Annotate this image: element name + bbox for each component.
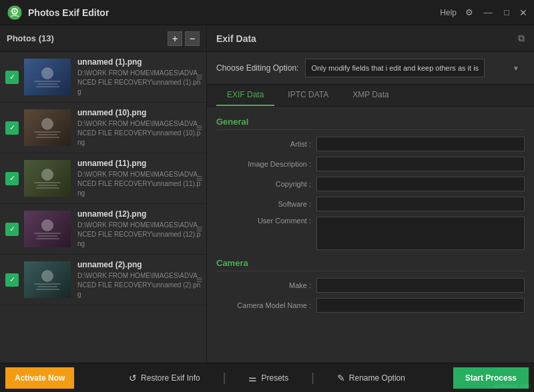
restore-exif-button[interactable]: ↺ Restore Exif Info: [122, 370, 207, 386]
editing-option-label: Choose Editing Option:: [216, 63, 298, 73]
thumb-line: [36, 187, 59, 189]
start-process-button[interactable]: Start Process: [453, 367, 529, 389]
exif-data-title: Exif Data: [216, 33, 518, 44]
file-item[interactable]: ✓ unnamed (2).png D:\​WORK FROM HOME\​IM…: [0, 255, 206, 305]
checkmark-icon: ✓: [9, 123, 15, 132]
main-layout: Photos (13) + − ✓ unnamed (1).png D:\​WO…: [0, 25, 534, 363]
software-input[interactable]: [316, 197, 525, 211]
tab-xmp-data[interactable]: XMP Data: [342, 85, 399, 106]
thumb-line: [37, 83, 57, 85]
copyright-input[interactable]: [316, 177, 525, 191]
file-thumbnail: [24, 211, 71, 247]
thumb-circle: [41, 169, 53, 181]
file-menu-icon[interactable]: ≡: [196, 274, 202, 286]
file-item[interactable]: ✓ unnamed (1).png D:\​WORK FROM HOME\​IM…: [0, 52, 206, 103]
thumb-circle: [41, 118, 53, 130]
field-row-image-description: Image Description :: [216, 157, 525, 171]
thumb-line: [34, 81, 61, 82]
settings-icon[interactable]: ⚙: [463, 7, 475, 19]
separator-2: |: [311, 371, 314, 385]
artist-input[interactable]: [316, 137, 525, 151]
field-row-make: Make :: [216, 278, 525, 293]
field-row-copyright: Copyright :: [216, 177, 525, 191]
make-input[interactable]: [316, 278, 525, 293]
checkmark-icon: ✓: [9, 73, 15, 81]
thumb-line: [37, 134, 57, 135]
thumb-content: [34, 219, 61, 239]
rename-option-button[interactable]: ✎ Rename Option: [330, 370, 412, 386]
file-name: unnamed (1).png: [77, 57, 201, 67]
file-menu-icon[interactable]: ≡: [196, 122, 202, 134]
file-checkbox[interactable]: ✓: [5, 273, 19, 287]
presets-icon: ⚌: [248, 373, 257, 383]
camera-model-label: Camera Model Name :: [216, 301, 316, 309]
thumb-content: [34, 270, 61, 290]
svg-point-3: [14, 10, 16, 12]
minimize-button[interactable]: —: [482, 7, 494, 19]
file-menu-icon[interactable]: ≡: [196, 173, 202, 185]
field-row-software: Software :: [216, 197, 525, 211]
file-path: D:\​WORK FROM HOME\​IMAGES\​ADVANCED FIL…: [77, 221, 201, 249]
help-button[interactable]: Help: [440, 8, 457, 17]
restore-label: Restore Exif Info: [141, 373, 200, 383]
activate-now-button[interactable]: Activate Now: [5, 367, 74, 389]
tab-iptc-data[interactable]: IPTC DATA: [277, 85, 339, 106]
thumb-line: [37, 235, 57, 237]
image-description-input[interactable]: [316, 157, 525, 171]
right-panel-header: Exif Data ⧉: [207, 25, 534, 52]
thumb-line: [36, 238, 59, 239]
photos-count-label: Photos (13): [7, 33, 165, 43]
thumb-circle: [41, 67, 53, 79]
thumb-line: [36, 86, 59, 87]
close-button[interactable]: ✕: [519, 7, 527, 18]
editing-option-select[interactable]: Only modify fields that i edit and keep …: [305, 59, 485, 77]
thumb-line: [37, 185, 57, 186]
file-info: unnamed (1).png D:\​WORK FROM HOME\​IMAG…: [77, 57, 201, 97]
panel-icon: ⧉: [518, 33, 525, 44]
thumb-line: [34, 283, 61, 285]
title-bar: Photos Exif Editor Help ⚙ — □ ✕: [0, 0, 534, 25]
file-name: unnamed (2).png: [77, 260, 201, 269]
checkmark-icon: ✓: [9, 225, 15, 233]
file-name: unnamed (10).png: [77, 108, 201, 117]
file-item[interactable]: ✓ unnamed (10).png D:\​WORK FROM HOME\​I…: [0, 103, 206, 153]
right-panel: Exif Data ⧉ Choose Editing Option: Only …: [207, 25, 534, 363]
thumb-line: [36, 137, 59, 138]
bottom-actions: ↺ Restore Exif Info | ⚌ Presets | ✎ Rena…: [81, 370, 453, 386]
file-menu-icon[interactable]: ≡: [196, 223, 202, 235]
thumb-content: [34, 169, 61, 189]
file-checkbox[interactable]: ✓: [5, 223, 19, 236]
file-checkbox[interactable]: ✓: [5, 172, 19, 185]
add-photo-button[interactable]: +: [168, 31, 182, 46]
file-menu-icon[interactable]: ≡: [196, 71, 202, 83]
camera-model-input[interactable]: [316, 298, 525, 313]
file-item[interactable]: ✓ unnamed (11).png D:\​WORK FROM HOME\​I…: [0, 153, 206, 204]
thumb-line: [34, 131, 61, 133]
thumb-content: [34, 67, 61, 87]
file-checkbox[interactable]: ✓: [5, 121, 19, 135]
field-row-artist: Artist :: [216, 137, 525, 151]
maximize-button[interactable]: □: [501, 7, 513, 19]
app-logo: [7, 5, 23, 21]
copyright-label: Copyright :: [216, 180, 316, 188]
file-path: D:\​WORK FROM HOME\​IMAGES\​ADVANCED FIL…: [77, 271, 201, 299]
file-path: D:\​WORK FROM HOME\​IMAGES\​ADVANCED FIL…: [77, 119, 201, 147]
software-label: Software :: [216, 200, 316, 208]
presets-button[interactable]: ⚌ Presets: [242, 370, 295, 386]
file-thumbnail: [24, 261, 71, 298]
camera-section-title: Camera: [216, 258, 525, 271]
file-checkbox[interactable]: ✓: [5, 71, 19, 84]
rename-label: Rename Option: [349, 373, 405, 383]
field-row-user-comment: User Comment :: [216, 217, 525, 250]
tabs-bar: EXIF Data IPTC DATA XMP Data: [207, 85, 534, 107]
user-comment-textarea[interactable]: [316, 217, 525, 250]
tab-exif-data[interactable]: EXIF Data: [216, 85, 274, 106]
file-item[interactable]: ✓ unnamed (12).png D:\​WORK FROM HOME\​I…: [0, 204, 206, 255]
rename-icon: ✎: [337, 373, 345, 383]
file-thumbnail: [24, 59, 71, 95]
checkmark-icon: ✓: [9, 275, 15, 284]
artist-label: Artist :: [216, 140, 316, 148]
thumb-line: [34, 182, 61, 183]
thumb-circle: [41, 219, 53, 231]
remove-photo-button[interactable]: −: [185, 31, 200, 46]
